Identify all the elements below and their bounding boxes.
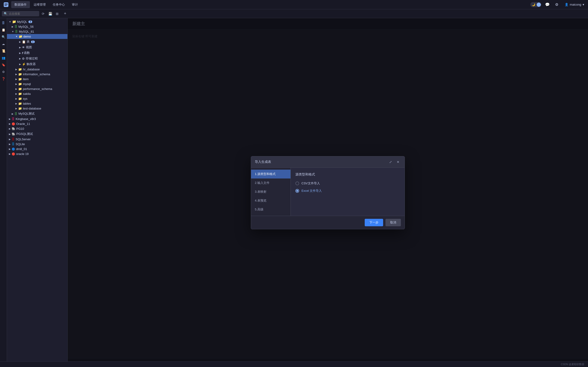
second-toolbar: 🔍 ⟳ 💾 ⊞ +: [0, 9, 588, 18]
sidebar-icon-query[interactable]: 🔍: [1, 34, 6, 40]
sidebar-icon-settings[interactable]: ⚙: [1, 69, 6, 75]
tree-sqlserver[interactable]: ▶ 🗄 SQLServer: [7, 137, 68, 142]
dialog-close-btn[interactable]: ✕: [395, 159, 401, 165]
theme-toggle[interactable]: 🌙: [530, 2, 541, 7]
user-info[interactable]: 👤 maicong ▾: [563, 2, 586, 7]
tree-pg10[interactable]: ▶ 🐘 PG10: [7, 126, 68, 131]
main-layout: 🗄 📋 🔍 ☁ 📜 👥 🔖 ⚙ ❓ ◀ ▼ 📁 MySQL 3 ▶ 🗄 MySQ…: [0, 18, 588, 367]
tree-dm8[interactable]: ▶ 🔵 dm8_01: [7, 147, 68, 151]
tree-sakila[interactable]: ▶ 📁 sakila: [7, 91, 68, 96]
menu-task-center[interactable]: 任务中心: [50, 1, 68, 8]
radio-csv-option[interactable]: CSV文件导入: [295, 181, 400, 185]
tree-tables[interactable]: ▶ 📋 表 1: [7, 39, 68, 44]
step-1[interactable]: 1.源类型和格式: [251, 170, 291, 178]
tree-triggers[interactable]: ▶ ⚡ 触发器: [7, 61, 68, 67]
tree-item-label: 触发器: [26, 62, 36, 66]
db-icon: 🗄: [12, 137, 15, 141]
tree-performance-schema[interactable]: ▶ 📁 performance_schema: [7, 86, 68, 91]
tree-item-label: sys: [23, 97, 27, 100]
tree-mysql-test[interactable]: ▶ 🗄 MySQL测试: [7, 111, 68, 117]
schema-icon: 📁: [18, 107, 22, 110]
dialog-header-icons: ⤢ ✕: [388, 159, 401, 165]
chevron-right-icon: ▶: [9, 118, 11, 120]
message-icon-btn[interactable]: 💬: [544, 1, 551, 8]
tree-views[interactable]: ▶ 👁 视图: [7, 44, 68, 50]
tree-sys[interactable]: ▶ 📁 sys: [7, 96, 68, 101]
step-3[interactable]: 3.表映射: [251, 187, 291, 196]
sidebar-icon-history[interactable]: 📜: [1, 48, 6, 54]
status-text: CSDN @麦聪软数据: [561, 363, 584, 366]
tree-item-label: item: [23, 77, 29, 81]
config-icon-btn[interactable]: ⊞: [54, 11, 60, 17]
tree-sqlite[interactable]: ▶ 🗄 SQLite: [7, 142, 68, 147]
dialog-expand-btn[interactable]: ⤢: [388, 159, 393, 165]
save-icon-btn[interactable]: 💾: [47, 11, 53, 17]
sidebar-icon-bookmark[interactable]: 🔖: [1, 62, 6, 67]
main-menu: 数据操作 运维管理 任务中心 审计: [11, 1, 81, 8]
tree-item-label: information_schema: [23, 73, 50, 76]
tree-hr-database[interactable]: ▶ 📁 hr_database: [7, 67, 68, 72]
tree-mysql-group[interactable]: ▼ 📁 MySQL 3: [7, 19, 68, 24]
chevron-right-icon: ▶: [15, 102, 17, 105]
left-icon-bar: 🗄 📋 🔍 ☁ 📜 👥 🔖 ⚙ ❓ ◀: [0, 18, 7, 367]
chevron-right-icon: ▶: [12, 25, 14, 28]
chevron-right-icon: ▶: [15, 97, 17, 100]
radio-excel-btn[interactable]: [295, 189, 299, 193]
procedure-icon: ⚙: [22, 57, 25, 60]
tree-mysql81[interactable]: ▼ 🗄 MySQL_81: [7, 29, 68, 34]
step-4[interactable]: 4.表预览: [251, 196, 291, 205]
tree-pgsql-test[interactable]: ▶ 🐘 PGSQL测试: [7, 131, 68, 137]
tree-item-label: test-database: [23, 107, 41, 110]
schema-icon: 📁: [19, 35, 22, 38]
search-box[interactable]: 🔍: [2, 11, 39, 16]
tree-procedures[interactable]: ▶ ⚙ 存储过程: [7, 56, 68, 61]
chevron-right-icon: ▶: [15, 88, 17, 90]
tree-oracle19[interactable]: ▶ 🔴 oracle 19: [7, 151, 68, 156]
tree-mysql-schema[interactable]: ▶ 📁 mysql: [7, 82, 68, 86]
sidebar-icon-table[interactable]: 📋: [1, 27, 6, 33]
search-input[interactable]: [9, 12, 37, 15]
tree-mysql56[interactable]: ▶ 🗄 MySQL_56: [7, 24, 68, 29]
radio-excel-option[interactable]: Excel 文件导入: [295, 189, 400, 193]
schema-icon: 📁: [18, 92, 22, 96]
tree-test-database[interactable]: ▶ 📁 test-database: [7, 106, 68, 111]
db-icon: 🗄: [12, 117, 15, 121]
add-tab-button[interactable]: +: [62, 11, 68, 17]
tree-item-label: SQLServer: [16, 137, 31, 141]
dm-icon: 🔵: [12, 148, 15, 151]
step-2[interactable]: 2.输入文件: [251, 178, 291, 187]
menu-ops-mgmt[interactable]: 运维管理: [30, 1, 49, 8]
chevron-right-icon: ▶: [19, 46, 21, 49]
tree-item-schema[interactable]: ▶ 📁 item: [7, 77, 68, 82]
tree-oracle11[interactable]: ▶ 🔴 Oracle_11: [7, 121, 68, 126]
refresh-icon-btn[interactable]: ⟳: [40, 11, 46, 17]
dialog-header: 导入生成表 ⤢ ✕: [251, 156, 405, 168]
schema-icon: 📁: [18, 87, 22, 91]
sidebar-icon-help[interactable]: ❓: [1, 76, 6, 82]
sidebar-icon-db[interactable]: 🗄: [1, 20, 6, 26]
tree-functions[interactable]: ▶ f 函数: [7, 50, 68, 56]
tree-item-label: tables: [23, 102, 31, 105]
schema-icon: 📁: [18, 102, 22, 105]
tree-item-label: oracle 19: [16, 152, 28, 156]
menu-audit[interactable]: 审计: [69, 1, 81, 8]
menu-data-ops[interactable]: 数据操作: [11, 1, 30, 8]
tree-demo-schema[interactable]: ▼ 📁 demo: [7, 34, 68, 39]
chevron-right-icon: ▶: [9, 148, 11, 150]
step-5[interactable]: 5.高级: [251, 205, 291, 214]
chevron-right-icon: ▶: [9, 143, 11, 145]
sidebar-icon-cloud[interactable]: ☁: [1, 41, 6, 47]
tree-item-label: 表: [26, 40, 30, 44]
settings-icon-btn[interactable]: ⚙: [553, 1, 560, 8]
next-step-button[interactable]: 下一步: [365, 219, 383, 226]
username: maicong: [570, 3, 581, 6]
sidebar-icon-user[interactable]: 👥: [1, 55, 6, 61]
tree-item-label: PGSQL测试: [16, 132, 33, 136]
radio-csv-btn[interactable]: [295, 182, 299, 185]
tree-item-label: performance_schema: [23, 87, 52, 91]
tree-kingbase[interactable]: ▶ 🗄 Kingbase_v8r3: [7, 117, 68, 121]
tree-information-schema[interactable]: ▶ 📁 information_schema: [7, 72, 68, 77]
cancel-button[interactable]: 取消: [385, 219, 401, 226]
dialog-title: 导入生成表: [255, 160, 271, 164]
tree-tables-schema[interactable]: ▶ 📁 tables: [7, 101, 68, 106]
